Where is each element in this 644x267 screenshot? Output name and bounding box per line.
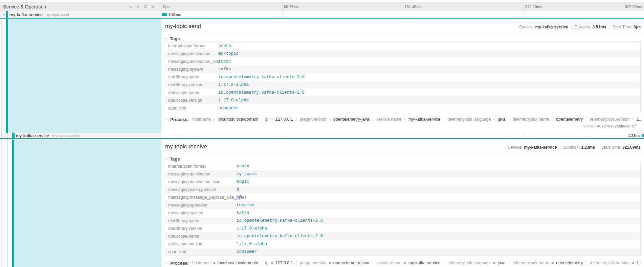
tag-value: consumer [237,249,257,254]
overview-start-value: 0μs [634,25,641,29]
span-overview: Service: my-kafka-service Duration: 3.51… [519,25,641,29]
process-key: hostname [192,261,211,265]
span-row-send[interactable]: my-kafka-service my-topic send 3.51ms [0,11,644,19]
tag-key: messaging.destination_kind [165,179,237,184]
process-entry: telemetry.sdk.version = 1.17.0 [590,261,641,265]
process-value: my-kafka-service [408,261,440,265]
equals-sign: = [549,117,556,122]
span-duration-bar[interactable] [162,13,167,16]
tag-value: io.opentelemetry.kafka-clients-2.6 [218,90,305,95]
deep-link-icon[interactable] [630,123,637,128]
process-key: telemetry.sdk.version [590,117,629,122]
tag-key: span.kind [165,106,218,111]
tick-label-2: 161.46ms [404,5,422,9]
process-entry: telemetry.sdk.version = 1.17.0 [590,117,641,122]
tick-label-4: 322.92ms [625,5,642,9]
tags-accordion-header[interactable]: Tags [164,156,180,162]
tick-label-3: 242.19ms [525,5,542,9]
tick-label-1: 80.73ms [284,5,299,9]
tick-label-0: 0μs [163,5,170,9]
span-duration-bar[interactable] [642,134,644,137]
tag-row: messaging.kafka.partition 0 [165,186,640,193]
trace-timeline-view: Service & Operation 0μs 80.73ms 161.46ms… [0,0,644,267]
equals-sign: = [629,261,636,265]
tag-row: otel.library.name io.opentelemetry.kafka… [165,73,640,81]
span-detail-title: my-topic receive [165,143,207,150]
process-key: hostname [192,117,211,122]
expand-one-icon[interactable] [136,4,140,9]
span-service-name: my-kafka-service [9,12,43,17]
tag-value: io.opentelemetry.kafka-clients-2.6 [218,75,305,79]
chevron-down-icon [164,156,168,162]
overview-start-value: 321.69ms [622,145,641,150]
span-service-name: my-kafka-service [16,133,49,138]
process-value: opentelemetry [556,261,583,265]
tag-key: otel.library.version [165,82,218,87]
tag-value: 0 [237,187,239,192]
tick-line [282,2,283,11]
process-value: 127.0.0.1 [275,261,293,265]
tag-value: topic [237,179,249,184]
process-key: ip [265,117,269,122]
tag-value: io.opentelemetry.kafka-clients-2.6 [237,218,323,223]
process-value: my-kafka-service [408,117,440,122]
equals-sign: = [491,261,498,265]
tick-line [403,2,403,11]
chevron-down-icon[interactable] [2,11,6,18]
chevron-down-icon [164,35,168,42]
tag-key: otel.library.name [165,218,237,223]
tag-key: messaging.system [165,67,218,72]
tag-row: messaging.system kafka [165,65,640,73]
process-key: telemetry.sdk.language [447,117,491,122]
span-operation-name: my-topic receive [52,134,79,138]
collapse-one-icon[interactable] [128,4,133,9]
process-value: localhost.localdomain [218,117,258,122]
tag-key: otel.scope.version [165,242,237,246]
tag-value: topic [218,59,231,64]
span-detail-receive: my-topic receive Service: my-kafka-servi… [0,140,644,267]
process-accordion-header[interactable]: Process: hostname = localhost.localdomai… [164,260,641,266]
span-id-row: SpanID: 407276152aafdc36 [582,123,637,128]
overview-duration-label: Duration: [563,145,580,150]
tag-key: messaging.destination [165,51,218,56]
service-operation-header: Service & Operation [0,2,161,11]
span-detail-title: my-topic send [165,23,201,30]
tag-key: messaging.system [165,211,237,215]
equals-sign: = [401,117,408,122]
tag-key: internal.span.format [165,164,237,169]
process-entry: telemetry.sdk.name = opentelemetry [513,117,583,122]
tag-key: messaging.destination_kind [165,59,218,64]
overview-start-label: Start Time: [601,145,621,150]
overview-duration-value: 1.23ms [581,145,595,150]
tag-value: producer [218,106,239,111]
service-operation-title: Service & Operation [3,4,46,9]
overview-service-value: my-kafka-service [524,145,557,150]
process-entry: telemetry.sdk.language = java [447,117,506,122]
tree-guide-line [7,140,8,267]
chevron-right-icon [164,260,168,266]
column-resizer-grip[interactable] [158,5,160,8]
tag-key: otel.scope.version [165,98,218,103]
span-row-receive[interactable]: my-kafka-service my-topic receive 1.23ms [0,133,644,139]
equals-sign: = [268,117,275,122]
process-value: java [498,117,506,122]
process-accordion-header[interactable]: Process: hostname = localhost.localdomai… [164,116,641,122]
tree-guide-line [7,133,8,138]
tags-accordion-header[interactable]: Tags [164,35,180,42]
span-duration-label: 3.51ms [169,13,181,17]
detail-highlight-band [14,140,161,267]
process-value: 127.0.0.1 [275,117,293,122]
process-value: opentelemetry [556,117,583,122]
tag-key: span.kind [165,249,237,254]
process-title: Process: [170,117,189,122]
tag-value: kafka [218,67,231,72]
equals-sign: = [629,117,636,122]
expand-all-icon[interactable] [151,4,155,9]
tag-value: 10 [237,195,242,200]
tag-key: internal.span.format [165,44,218,48]
overview-duration-value: 3.51ms [593,25,606,29]
tree-guide-line [1,140,2,267]
tag-value: proto [237,164,249,169]
tag-row: span.kind consumer [165,248,640,256]
collapse-all-icon[interactable] [143,4,148,9]
